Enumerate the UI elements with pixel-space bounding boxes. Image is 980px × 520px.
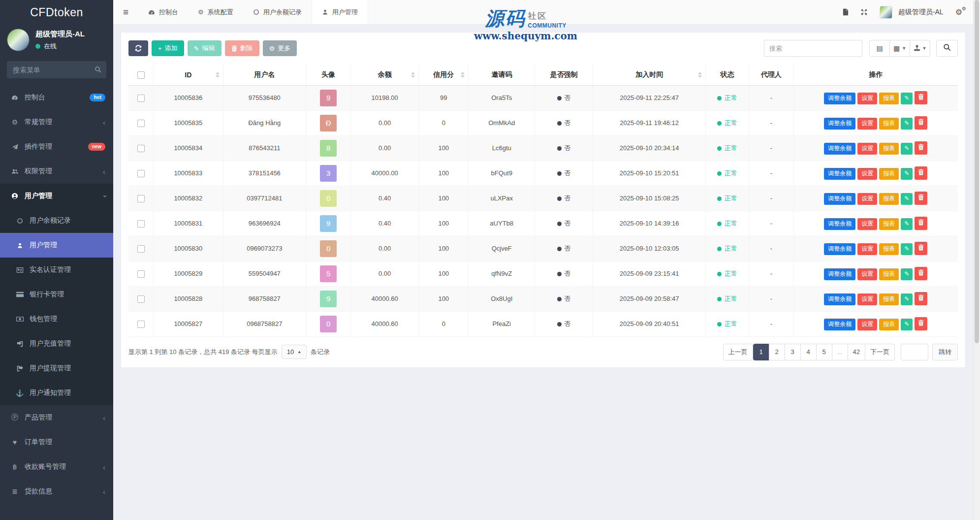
column-header[interactable]: 加入时间 <box>593 65 706 85</box>
row-edit-button[interactable]: ✎ <box>901 118 913 130</box>
jump-page-input[interactable] <box>901 344 928 360</box>
edit-button[interactable]: ✎编辑 <box>188 40 221 56</box>
row-delete-button[interactable] <box>915 116 927 130</box>
row-checkbox[interactable] <box>137 321 145 328</box>
row-action-settings[interactable]: 设置 <box>857 118 877 130</box>
row-delete-button[interactable] <box>915 166 927 180</box>
row-delete-button[interactable] <box>915 217 927 230</box>
row-action-settings[interactable]: 设置 <box>857 193 877 205</box>
sidebar-item-orders[interactable]: ♥订单管理 <box>0 430 113 455</box>
row-action-settings[interactable]: 设置 <box>857 243 877 255</box>
tab-console[interactable]: 控制台 <box>138 0 188 24</box>
row-checkbox[interactable] <box>137 245 145 253</box>
row-delete-button[interactable] <box>915 317 927 330</box>
row-action-report[interactable]: 报表 <box>879 268 899 280</box>
row-action-adjust-balance[interactable]: 调整余额 <box>824 243 855 255</box>
row-checkbox[interactable] <box>137 270 145 278</box>
refresh-button[interactable] <box>128 40 148 56</box>
columns-button[interactable]: ▦▼ <box>889 40 910 57</box>
row-edit-button[interactable]: ✎ <box>901 243 913 255</box>
fullscreen-icon[interactable] <box>860 8 868 16</box>
row-action-report[interactable]: 报表 <box>879 93 899 104</box>
row-checkbox[interactable] <box>137 95 145 102</box>
row-checkbox[interactable] <box>137 120 145 127</box>
row-checkbox[interactable] <box>137 145 145 152</box>
row-action-report[interactable]: 报表 <box>879 243 899 255</box>
row-action-settings[interactable]: 设置 <box>857 268 877 280</box>
row-edit-button[interactable]: ✎ <box>901 143 913 155</box>
prev-page-button[interactable]: 上一页 <box>723 344 753 360</box>
sidebar-item-loans[interactable]: ≣贷款信息‹ <box>0 479 113 504</box>
column-header[interactable]: ID <box>154 65 223 85</box>
more-button[interactable]: ⚙更多 <box>263 40 297 56</box>
topbar-user-name[interactable]: 超级管理员-AL <box>898 8 944 17</box>
row-action-report[interactable]: 报表 <box>879 319 899 330</box>
row-action-adjust-balance[interactable]: 调整余额 <box>824 293 855 305</box>
page-button[interactable]: ... <box>832 344 848 360</box>
row-action-adjust-balance[interactable]: 调整余额 <box>824 143 855 155</box>
row-action-settings[interactable]: 设置 <box>857 168 877 180</box>
row-delete-button[interactable] <box>915 91 927 104</box>
row-edit-button[interactable]: ✎ <box>901 218 913 230</box>
detail-view-button[interactable]: ▤ <box>869 40 890 57</box>
page-button[interactable]: 3 <box>785 344 801 360</box>
row-checkbox[interactable] <box>137 220 145 228</box>
sidebar-item-bankcard[interactable]: 银行卡管理 <box>0 282 113 307</box>
jump-button[interactable]: 跳转 <box>932 344 958 360</box>
row-action-report[interactable]: 报表 <box>879 293 899 305</box>
sidebar-item-plugins[interactable]: 插件管理new <box>0 134 113 159</box>
add-button[interactable]: +添加 <box>152 40 184 56</box>
row-delete-button[interactable] <box>915 141 927 155</box>
sidebar-search-input[interactable] <box>7 61 106 78</box>
row-edit-button[interactable]: ✎ <box>901 268 913 280</box>
row-action-report[interactable]: 报表 <box>879 168 899 180</box>
sidebar-item-permissions[interactable]: 权限管理‹ <box>0 159 113 184</box>
sidebar-item-console[interactable]: 控制台hot <box>0 85 113 110</box>
settings-gear-icon[interactable]: ⚙⚙ <box>955 7 962 17</box>
sidebar-item-withdraw[interactable]: 用户提现管理 <box>0 356 113 381</box>
row-action-adjust-balance[interactable]: 调整余额 <box>824 118 855 130</box>
row-action-report[interactable]: 报表 <box>879 143 899 155</box>
page-button[interactable]: 42 <box>848 344 865 360</box>
tab-balance-records[interactable]: 用户余额记录 <box>243 0 312 24</box>
scrollbar-thumb[interactable] <box>975 0 979 343</box>
row-action-settings[interactable]: 设置 <box>857 143 877 155</box>
page-button[interactable]: 4 <box>800 344 817 360</box>
topbar-avatar[interactable] <box>880 6 892 19</box>
row-action-adjust-balance[interactable]: 调整余额 <box>824 193 855 205</box>
row-checkbox[interactable] <box>137 170 145 177</box>
row-action-report[interactable]: 报表 <box>879 218 899 230</box>
next-page-button[interactable]: 下一页 <box>865 344 895 360</box>
page-button[interactable]: 2 <box>769 344 785 360</box>
row-delete-button[interactable] <box>915 192 927 205</box>
sidebar-item-products[interactable]: Ⓟ产品管理‹ <box>0 405 113 430</box>
sidebar-item-realname[interactable]: 实名认证管理 <box>0 258 113 282</box>
sidebar-item-wallet[interactable]: 钱包管理 <box>0 307 113 331</box>
sidebar-item-accounts[interactable]: ฿收款账号管理‹ <box>0 455 113 479</box>
row-checkbox[interactable] <box>137 295 145 303</box>
search-submit-button[interactable] <box>936 40 958 57</box>
row-edit-button[interactable]: ✎ <box>901 293 913 305</box>
row-delete-button[interactable] <box>915 242 927 255</box>
row-action-report[interactable]: 报表 <box>879 193 899 205</box>
row-action-adjust-balance[interactable]: 调整余额 <box>824 93 855 104</box>
page-button[interactable]: 1 <box>753 344 769 360</box>
row-action-settings[interactable]: 设置 <box>857 93 877 104</box>
row-edit-button[interactable]: ✎ <box>901 193 913 205</box>
row-delete-button[interactable] <box>915 292 927 305</box>
sidebar-item-balance-records[interactable]: 用户余额记录 <box>0 208 113 233</box>
row-action-settings[interactable]: 设置 <box>857 319 877 330</box>
row-delete-button[interactable] <box>915 267 927 280</box>
tab-user-management[interactable]: 用户管理 <box>312 0 368 24</box>
row-action-adjust-balance[interactable]: 调整余额 <box>824 218 855 230</box>
row-edit-button[interactable]: ✎ <box>901 319 913 330</box>
sidebar-item-notify[interactable]: ⚓用户通知管理 <box>0 381 113 405</box>
row-checkbox[interactable] <box>137 195 145 202</box>
sidebar-item-user-admin[interactable]: 用户管理‹ <box>0 184 113 208</box>
row-edit-button[interactable]: ✎ <box>901 168 913 180</box>
page-size-select[interactable]: 10 ▲ <box>282 345 307 359</box>
page-button[interactable]: 5 <box>816 344 832 360</box>
export-button[interactable]: ▼ <box>910 40 930 57</box>
row-action-adjust-balance[interactable]: 调整余额 <box>824 168 855 180</box>
row-action-settings[interactable]: 设置 <box>857 218 877 230</box>
